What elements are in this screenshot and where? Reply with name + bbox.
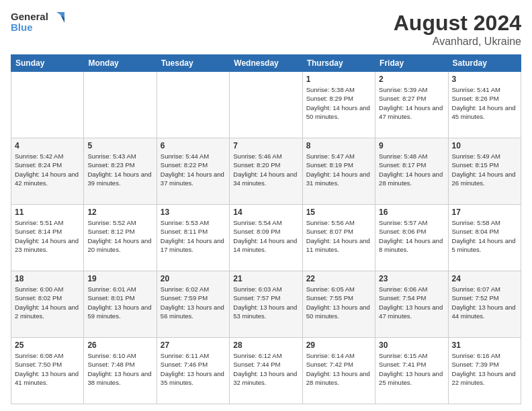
main-title: August 2024 — [394, 11, 521, 36]
day-number: 16 — [379, 208, 444, 217]
day-info: Sunrise: 6:05 AM Sunset: 7:55 PM Dayligh… — [306, 285, 371, 320]
day-info: Sunrise: 5:56 AM Sunset: 8:07 PM Dayligh… — [306, 218, 371, 254]
day-cell: 20Sunrise: 6:02 AM Sunset: 7:59 PM Dayli… — [157, 271, 229, 338]
day-info: Sunrise: 6:00 AM Sunset: 8:02 PM Dayligh… — [15, 285, 80, 320]
header-sunday: Sunday — [11, 55, 84, 72]
weekday-header-row: Sunday Monday Tuesday Wednesday Thursday… — [11, 55, 521, 72]
day-info: Sunrise: 5:54 AM Sunset: 8:09 PM Dayligh… — [233, 218, 298, 254]
day-info: Sunrise: 5:41 AM Sunset: 8:26 PM Dayligh… — [452, 85, 517, 121]
week-row-2: 4Sunrise: 5:42 AM Sunset: 8:24 PM Daylig… — [11, 138, 521, 205]
header-wednesday: Wednesday — [230, 55, 302, 72]
day-cell: 2Sunrise: 5:39 AM Sunset: 8:27 PM Daylig… — [375, 72, 448, 138]
day-info: Sunrise: 6:06 AM Sunset: 7:54 PM Dayligh… — [379, 285, 444, 320]
day-cell — [230, 72, 302, 138]
day-cell: 5Sunrise: 5:43 AM Sunset: 8:23 PM Daylig… — [84, 138, 157, 205]
day-number: 26 — [87, 340, 152, 350]
day-cell: 26Sunrise: 6:10 AM Sunset: 7:48 PM Dayli… — [84, 338, 157, 404]
logo-text-blue: Blue — [11, 21, 64, 33]
day-info: Sunrise: 6:16 AM Sunset: 7:39 PM Dayligh… — [452, 351, 517, 387]
day-info: Sunrise: 5:52 AM Sunset: 8:12 PM Dayligh… — [87, 218, 152, 254]
day-cell: 6Sunrise: 5:44 AM Sunset: 8:22 PM Daylig… — [157, 138, 229, 205]
day-info: Sunrise: 6:08 AM Sunset: 7:50 PM Dayligh… — [15, 351, 80, 387]
day-number: 6 — [161, 141, 226, 150]
week-row-3: 11Sunrise: 5:51 AM Sunset: 8:14 PM Dayli… — [11, 205, 521, 271]
header-monday: Monday — [84, 55, 157, 72]
day-number: 31 — [452, 340, 517, 350]
day-cell: 14Sunrise: 5:54 AM Sunset: 8:09 PM Dayli… — [230, 205, 302, 271]
day-info: Sunrise: 6:01 AM Sunset: 8:01 PM Dayligh… — [87, 285, 152, 320]
day-number: 27 — [161, 340, 226, 350]
day-number: 9 — [379, 141, 444, 150]
day-info: Sunrise: 5:43 AM Sunset: 8:23 PM Dayligh… — [87, 152, 152, 187]
day-number: 14 — [233, 208, 298, 217]
day-info: Sunrise: 5:49 AM Sunset: 8:15 PM Dayligh… — [452, 152, 517, 187]
day-number: 19 — [87, 274, 152, 283]
day-info: Sunrise: 6:10 AM Sunset: 7:48 PM Dayligh… — [87, 351, 152, 387]
day-cell: 23Sunrise: 6:06 AM Sunset: 7:54 PM Dayli… — [375, 271, 448, 338]
day-info: Sunrise: 5:44 AM Sunset: 8:22 PM Dayligh… — [161, 152, 226, 187]
day-cell: 10Sunrise: 5:49 AM Sunset: 8:15 PM Dayli… — [448, 138, 521, 205]
day-number: 21 — [233, 274, 298, 283]
day-number: 25 — [15, 340, 80, 350]
day-cell: 18Sunrise: 6:00 AM Sunset: 8:02 PM Dayli… — [11, 271, 84, 338]
day-info: Sunrise: 5:42 AM Sunset: 8:24 PM Dayligh… — [15, 152, 80, 187]
day-cell: 12Sunrise: 5:52 AM Sunset: 8:12 PM Dayli… — [84, 205, 157, 271]
day-cell: 30Sunrise: 6:15 AM Sunset: 7:41 PM Dayli… — [375, 338, 448, 404]
day-info: Sunrise: 5:39 AM Sunset: 8:27 PM Dayligh… — [379, 85, 444, 121]
day-info: Sunrise: 6:15 AM Sunset: 7:41 PM Dayligh… — [379, 351, 444, 387]
day-cell: 1Sunrise: 5:38 AM Sunset: 8:29 PM Daylig… — [302, 72, 375, 138]
subtitle: Avanhard, Ukraine — [394, 36, 521, 48]
day-number: 23 — [379, 274, 444, 283]
day-info: Sunrise: 6:11 AM Sunset: 7:46 PM Dayligh… — [161, 351, 226, 387]
day-cell — [84, 72, 157, 138]
day-cell: 15Sunrise: 5:56 AM Sunset: 8:07 PM Dayli… — [302, 205, 375, 271]
logo: General Blue — [11, 11, 64, 33]
day-info: Sunrise: 5:51 AM Sunset: 8:14 PM Dayligh… — [15, 218, 80, 254]
day-cell: 28Sunrise: 6:12 AM Sunset: 7:44 PM Dayli… — [230, 338, 302, 404]
day-number: 13 — [161, 208, 226, 217]
day-cell: 7Sunrise: 5:46 AM Sunset: 8:20 PM Daylig… — [230, 138, 302, 205]
day-info: Sunrise: 6:12 AM Sunset: 7:44 PM Dayligh… — [233, 351, 298, 387]
day-info: Sunrise: 5:58 AM Sunset: 8:04 PM Dayligh… — [452, 218, 517, 254]
day-cell: 29Sunrise: 6:14 AM Sunset: 7:42 PM Dayli… — [302, 338, 375, 404]
day-cell: 16Sunrise: 5:57 AM Sunset: 8:06 PM Dayli… — [375, 205, 448, 271]
day-number: 30 — [379, 340, 444, 350]
day-cell — [157, 72, 229, 138]
day-number: 11 — [15, 208, 80, 217]
day-cell: 9Sunrise: 5:48 AM Sunset: 8:17 PM Daylig… — [375, 138, 448, 205]
day-cell: 31Sunrise: 6:16 AM Sunset: 7:39 PM Dayli… — [448, 338, 521, 404]
day-number: 1 — [306, 75, 371, 84]
week-row-1: 1Sunrise: 5:38 AM Sunset: 8:29 PM Daylig… — [11, 72, 521, 138]
day-cell: 22Sunrise: 6:05 AM Sunset: 7:55 PM Dayli… — [302, 271, 375, 338]
day-cell: 27Sunrise: 6:11 AM Sunset: 7:46 PM Dayli… — [157, 338, 229, 404]
day-info: Sunrise: 5:46 AM Sunset: 8:20 PM Dayligh… — [233, 152, 298, 187]
header-tuesday: Tuesday — [157, 55, 229, 72]
day-cell: 13Sunrise: 5:53 AM Sunset: 8:11 PM Dayli… — [157, 205, 229, 271]
day-info: Sunrise: 6:03 AM Sunset: 7:57 PM Dayligh… — [233, 285, 298, 320]
day-cell: 8Sunrise: 5:47 AM Sunset: 8:19 PM Daylig… — [302, 138, 375, 205]
day-number: 7 — [233, 141, 298, 150]
day-number: 10 — [452, 141, 517, 150]
page: General Blue August 2024 Avanhard, Ukrai… — [0, 0, 532, 411]
day-cell: 11Sunrise: 5:51 AM Sunset: 8:14 PM Dayli… — [11, 205, 84, 271]
day-info: Sunrise: 6:14 AM Sunset: 7:42 PM Dayligh… — [306, 351, 371, 387]
day-info: Sunrise: 6:07 AM Sunset: 7:52 PM Dayligh… — [452, 285, 517, 320]
header-saturday: Saturday — [448, 55, 521, 72]
day-info: Sunrise: 5:53 AM Sunset: 8:11 PM Dayligh… — [161, 218, 226, 254]
calendar-table: Sunday Monday Tuesday Wednesday Thursday… — [11, 54, 521, 404]
day-info: Sunrise: 6:02 AM Sunset: 7:59 PM Dayligh… — [161, 285, 226, 320]
day-cell: 24Sunrise: 6:07 AM Sunset: 7:52 PM Dayli… — [448, 271, 521, 338]
day-number: 4 — [15, 141, 80, 150]
day-cell: 17Sunrise: 5:58 AM Sunset: 8:04 PM Dayli… — [448, 205, 521, 271]
day-cell: 21Sunrise: 6:03 AM Sunset: 7:57 PM Dayli… — [230, 271, 302, 338]
header-friday: Friday — [375, 55, 448, 72]
day-cell — [11, 72, 84, 138]
day-number: 28 — [233, 340, 298, 350]
day-number: 15 — [306, 208, 371, 217]
day-number: 20 — [161, 274, 226, 283]
day-number: 2 — [379, 75, 444, 84]
day-cell: 3Sunrise: 5:41 AM Sunset: 8:26 PM Daylig… — [448, 72, 521, 138]
day-number: 22 — [306, 274, 371, 283]
header-thursday: Thursday — [302, 55, 375, 72]
day-number: 29 — [306, 340, 371, 350]
